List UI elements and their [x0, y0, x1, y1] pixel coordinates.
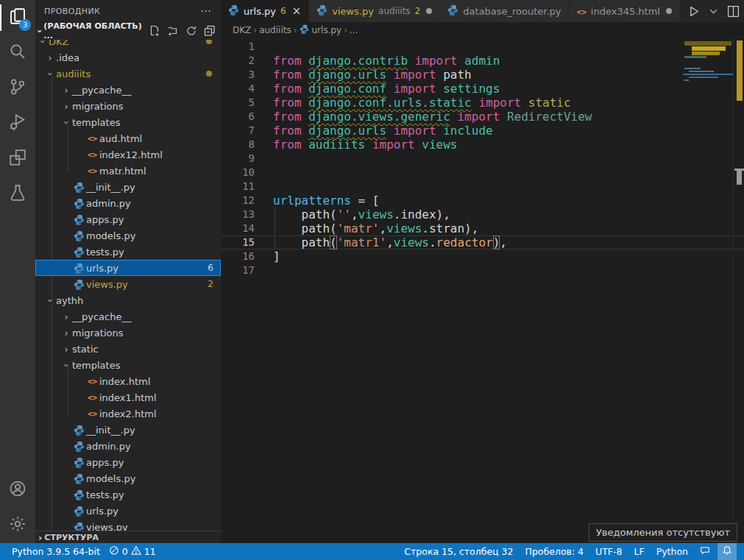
- tree-item-views-py[interactable]: views.py: [35, 519, 221, 531]
- code-line-5[interactable]: 5from django.conf.urls.static import sta…: [221, 96, 744, 110]
- tree-item-index2-html[interactable]: <>index2.html: [35, 405, 221, 422]
- tree-item-views-py[interactable]: views.py2: [35, 276, 221, 292]
- tree-item--init-py[interactable]: __init__.py: [35, 179, 221, 195]
- line-number[interactable]: 12: [221, 194, 255, 208]
- tab-urls-py[interactable]: urls.py6×: [221, 0, 309, 22]
- code-line-7[interactable]: 7from django.urls import include: [221, 124, 744, 138]
- code-line-4[interactable]: 4from django.conf import settings: [221, 82, 744, 96]
- new-file-icon[interactable]: [149, 25, 161, 38]
- split-editor-button[interactable]: [727, 5, 740, 18]
- tab-views-py[interactable]: views.pyaudiiits2: [309, 0, 440, 22]
- line-number[interactable]: 16: [221, 249, 255, 263]
- line-number[interactable]: 15: [221, 235, 255, 249]
- activity-item-search[interactable]: [0, 35, 35, 71]
- problems-indicator[interactable]: 011: [104, 543, 160, 560]
- tree-item-migrations[interactable]: ›migrations: [35, 325, 221, 341]
- line-number[interactable]: 5: [221, 96, 255, 110]
- notifications-bell-icon[interactable]: [718, 543, 737, 560]
- activity-item-source-control[interactable]: [0, 71, 35, 106]
- code-line-17[interactable]: 17: [221, 263, 744, 277]
- feedback-icon[interactable]: [695, 543, 715, 560]
- activity-item-settings[interactable]: [0, 508, 35, 543]
- line-number[interactable]: 8: [221, 138, 255, 152]
- line-number[interactable]: 14: [221, 221, 255, 235]
- sidebar-more-actions-icon[interactable]: ⋯: [200, 4, 212, 18]
- breadcrumb-item[interactable]: DKZ: [233, 25, 251, 35]
- code-line-10[interactable]: 10: [221, 166, 744, 180]
- line-number[interactable]: 9: [221, 152, 255, 166]
- collapse-all-icon[interactable]: [204, 25, 216, 38]
- tree-item--pycache-[interactable]: ›__pycache__: [35, 82, 221, 98]
- tree-item-matr-html[interactable]: <>matr.html: [35, 163, 221, 179]
- tree-item--init-py[interactable]: __init__.py: [35, 422, 221, 438]
- tab-database-roouter-py[interactable]: database_roouter.py: [440, 0, 569, 22]
- line-number[interactable]: 10: [221, 166, 255, 180]
- tree-item--idea[interactable]: ›.idea: [35, 49, 221, 65]
- activity-item-extensions[interactable]: [0, 141, 35, 177]
- breadcrumb-item[interactable]: ...: [350, 25, 358, 35]
- line-number[interactable]: 6: [221, 110, 255, 124]
- code-line-13[interactable]: 13 path('',views.index),: [221, 208, 744, 221]
- run-dropdown[interactable]: [707, 5, 720, 18]
- eol-setting[interactable]: LF: [630, 543, 649, 560]
- workspace-section-header[interactable]: › (РАБОЧАЯ ОБЛАСТЬ) ...: [35, 22, 221, 40]
- breadcrumb-item[interactable]: urls.py: [300, 24, 342, 36]
- minimap[interactable]: [683, 38, 733, 543]
- tree-item-admin-py[interactable]: admin.py: [35, 195, 221, 211]
- code-area[interactable]: 12from django.contrib import admin3from …: [221, 38, 744, 543]
- tree-item-urls-py[interactable]: urls.py6: [35, 260, 221, 276]
- tree-item-aythh[interactable]: ›aythh: [35, 292, 221, 308]
- activity-item-run-debug[interactable]: [0, 106, 35, 141]
- line-number[interactable]: 13: [221, 208, 255, 221]
- tree-item--pycache-[interactable]: ›__pycache__: [35, 308, 221, 325]
- tree-item-templates[interactable]: ›templates: [35, 114, 221, 130]
- close-icon[interactable]: ×: [292, 4, 302, 18]
- line-number[interactable]: 1: [221, 40, 255, 54]
- code-line-12[interactable]: 12urlpatterns = [: [221, 194, 744, 208]
- tree-item-migrations[interactable]: ›migrations: [35, 98, 221, 114]
- line-number[interactable]: 17: [221, 263, 255, 277]
- line-number[interactable]: 3: [221, 68, 255, 82]
- tree-item-index1-html[interactable]: <>index1.html: [35, 389, 221, 405]
- code-line-11[interactable]: 11: [221, 180, 744, 194]
- tree-item-models-py[interactable]: models.py: [35, 227, 221, 244]
- tree-item-aud-html[interactable]: <>aud.html: [35, 130, 221, 146]
- outline-section-header[interactable]: › СТРУКТУРА: [35, 531, 221, 543]
- cursor-position[interactable]: Строка 15, столбец 32: [400, 543, 517, 560]
- tree-item-static[interactable]: ›static: [35, 341, 221, 357]
- overview-ruler[interactable]: [733, 38, 744, 543]
- tree-item-apps-py[interactable]: apps.py: [35, 211, 221, 227]
- code-line-14[interactable]: 14 path('matr',views.stran),: [221, 221, 744, 235]
- activity-item-testing[interactable]: [0, 177, 35, 212]
- tree-item-index12-html[interactable]: <>index12.html: [35, 146, 221, 163]
- language-mode[interactable]: Python: [652, 543, 692, 560]
- code-line-15[interactable]: 15 path('matr1',views.redactor),: [221, 235, 744, 249]
- python-interpreter[interactable]: Python 3.9.5 64-bit: [7, 543, 104, 560]
- line-number[interactable]: 11: [221, 180, 255, 194]
- breadcrumb-item[interactable]: audiiits: [259, 25, 291, 35]
- tree-item-audiiits[interactable]: ›audiiits: [35, 65, 221, 82]
- indentation-setting[interactable]: Пробелов: 4: [521, 543, 589, 560]
- code-line-3[interactable]: 3from django.urls import path: [221, 68, 744, 82]
- tree-item-dkz[interactable]: ›DKZ: [35, 40, 221, 49]
- tree-item-templates[interactable]: ›templates: [35, 357, 221, 373]
- tree-item-models-py[interactable]: models.py: [35, 470, 221, 486]
- activity-item-account[interactable]: [0, 472, 35, 508]
- refresh-icon[interactable]: [185, 25, 198, 38]
- encoding-setting[interactable]: UTF-8: [591, 543, 626, 560]
- tree-item-tests-py[interactable]: tests.py: [35, 486, 221, 503]
- tree-item-admin-py[interactable]: admin.py: [35, 438, 221, 454]
- tree-item-index-html[interactable]: <>index.html: [35, 373, 221, 389]
- code-line-1[interactable]: 1: [221, 40, 744, 54]
- tree-item-urls-py[interactable]: urls.py: [35, 503, 221, 519]
- code-line-6[interactable]: 6from django.views.generic import Redire…: [221, 110, 744, 124]
- tab-index345-html[interactable]: <>index345.html: [570, 0, 680, 22]
- run-button[interactable]: [687, 5, 700, 18]
- activity-item-explorer[interactable]: 3: [0, 0, 35, 35]
- line-number[interactable]: 4: [221, 82, 255, 96]
- tree-item-tests-py[interactable]: tests.py: [35, 244, 221, 260]
- line-number[interactable]: 2: [221, 54, 255, 68]
- line-number[interactable]: 7: [221, 124, 255, 138]
- code-line-9[interactable]: 9: [221, 152, 744, 166]
- code-line-8[interactable]: 8from audiiits import views: [221, 138, 744, 152]
